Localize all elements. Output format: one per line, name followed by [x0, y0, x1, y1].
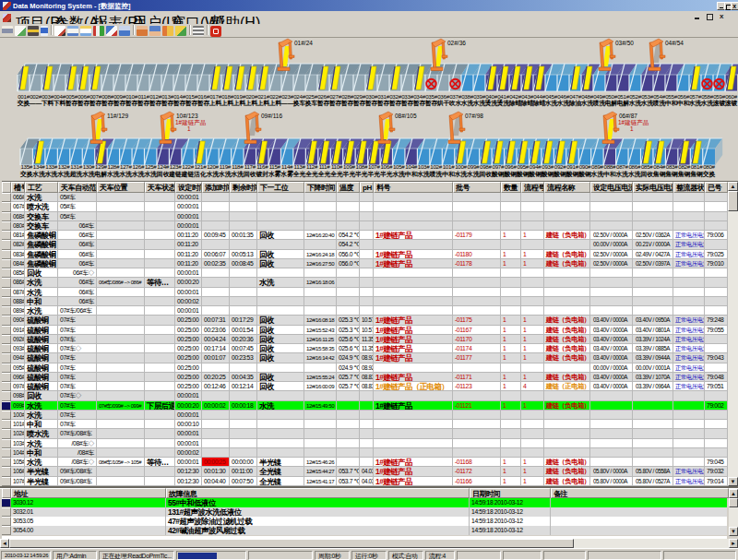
svg-text:089#: 089# — [591, 163, 603, 170]
svg-text:交换: 交换 — [17, 100, 30, 107]
svg-text:044#: 044# — [533, 93, 545, 100]
svg-text:006#: 006# — [77, 93, 89, 100]
svg-text:水洗: 水洗 — [44, 171, 58, 178]
svg-text:017#: 017# — [209, 93, 221, 100]
svg-text:上料: 上料 — [208, 100, 222, 107]
svg-text:暂存: 暂存 — [425, 100, 438, 107]
svg-text:130#: 130# — [83, 163, 95, 170]
svg-text:003#: 003# — [42, 93, 54, 100]
svg-text:108#: 108# — [356, 163, 368, 170]
svg-text:012#: 012# — [149, 93, 161, 100]
svg-text:水洗: 水洗 — [615, 171, 629, 178]
svg-text:暂存: 暂存 — [341, 100, 354, 107]
svg-text:暂存: 暂存 — [401, 100, 414, 107]
svg-text:水洗: 水洗 — [454, 171, 468, 178]
svg-text:01#/24: 01#/24 — [294, 40, 313, 46]
svg-text:097#: 097# — [493, 163, 505, 170]
svg-text:016#: 016# — [197, 93, 209, 100]
svg-text:013#: 013# — [161, 93, 173, 100]
svg-text:暂存: 暂存 — [389, 100, 402, 107]
svg-text:025#: 025# — [305, 93, 317, 100]
svg-text:滚镀: 滚镀 — [713, 100, 726, 107]
svg-text:暂存: 暂存 — [377, 100, 390, 107]
svg-text:090#: 090# — [579, 163, 591, 170]
svg-text:128#: 128# — [108, 163, 120, 170]
svg-text:039#: 039# — [473, 93, 485, 100]
svg-text:001#: 001# — [18, 93, 30, 100]
svg-text:中和: 中和 — [442, 171, 455, 178]
svg-text:038#: 038# — [461, 93, 473, 100]
svg-text:除油: 除油 — [569, 100, 582, 107]
svg-text:中和: 中和 — [665, 100, 678, 107]
svg-text:建链: 建链 — [181, 171, 195, 178]
svg-text:103#: 103# — [418, 163, 430, 170]
svg-text:电解: 电解 — [95, 171, 108, 178]
svg-text:094#: 094# — [530, 163, 542, 170]
svg-text:106#: 106# — [380, 163, 392, 170]
svg-text:1: 1 — [630, 125, 634, 132]
svg-text:047#: 047# — [569, 93, 581, 100]
svg-text:暂存: 暂存 — [77, 100, 90, 107]
svg-text:119#: 119# — [220, 163, 232, 170]
svg-text:暂存: 暂存 — [329, 100, 342, 107]
svg-text:036#: 036# — [437, 93, 449, 100]
svg-text:暂存: 暂存 — [353, 100, 366, 107]
svg-text:009#: 009# — [113, 93, 125, 100]
svg-text:053#: 053# — [641, 93, 653, 100]
svg-text:水洗: 水洗 — [688, 100, 702, 107]
svg-text:135#: 135# — [20, 163, 32, 170]
svg-text:回收: 回收 — [157, 171, 170, 178]
svg-text:换车: 换车 — [292, 100, 306, 107]
svg-text:04#/54: 04#/54 — [665, 40, 684, 46]
svg-text:014#: 014# — [173, 93, 185, 100]
svg-text:水洗: 水洗 — [218, 171, 232, 178]
svg-text:035#: 035# — [425, 93, 437, 100]
svg-text:暂存: 暂存 — [173, 100, 186, 107]
svg-text:110#: 110# — [331, 163, 343, 170]
svg-text:02#/36: 02#/36 — [447, 40, 466, 46]
svg-text:043#: 043# — [521, 93, 533, 100]
svg-text:087#: 087# — [616, 163, 628, 170]
svg-text:096#: 096# — [505, 163, 517, 170]
svg-text:07#/98: 07#/98 — [465, 113, 483, 119]
svg-text:004#: 004# — [54, 93, 65, 100]
svg-text:暂存: 暂存 — [101, 100, 114, 107]
svg-text:回收: 回收 — [244, 171, 256, 178]
svg-text:水洗: 水洗 — [544, 100, 558, 107]
svg-text:042#: 042# — [509, 93, 521, 100]
svg-text:上料: 上料 — [232, 100, 246, 107]
svg-text:酸铜: 酸铜 — [504, 171, 517, 178]
svg-text:水洗: 水洗 — [580, 100, 594, 107]
svg-text:057#: 057# — [689, 93, 701, 100]
svg-text:059#: 059# — [713, 93, 725, 100]
svg-text:058#: 058# — [701, 93, 713, 100]
svg-text:027#: 027# — [329, 93, 341, 100]
svg-text:102#: 102# — [430, 163, 442, 170]
svg-text:098#: 098# — [480, 163, 492, 170]
svg-text:回收: 回收 — [640, 171, 653, 178]
svg-text:131#: 131# — [70, 163, 82, 170]
svg-text:水洗: 水洗 — [416, 171, 430, 178]
svg-text:031#: 031# — [377, 93, 389, 100]
svg-text:水雾: 水雾 — [268, 170, 281, 178]
svg-text:129#: 129# — [95, 163, 107, 170]
svg-text:酸铜: 酸铜 — [492, 171, 505, 178]
svg-text:镀封: 镀封 — [255, 171, 268, 178]
svg-text:水洗: 水洗 — [131, 171, 145, 178]
svg-text:045#: 045# — [545, 93, 557, 100]
svg-text:暂存: 暂存 — [365, 100, 378, 107]
svg-text:水洗: 水洗 — [31, 171, 45, 178]
svg-text:交换: 交换 — [702, 171, 716, 178]
svg-text:124#: 124# — [157, 163, 169, 170]
svg-text:112#: 112# — [306, 163, 318, 170]
svg-text:暂存: 暂存 — [125, 100, 138, 107]
svg-text:烫洗: 烫洗 — [485, 99, 498, 107]
svg-text:115#: 115# — [269, 163, 281, 170]
svg-text:125#: 125# — [145, 163, 157, 170]
svg-text:水洗: 水洗 — [231, 171, 244, 178]
svg-text:除蜡: 除蜡 — [509, 100, 522, 107]
svg-text:007#: 007# — [89, 93, 101, 100]
svg-text:水洗: 水洗 — [628, 100, 642, 107]
svg-text:049#: 049# — [593, 93, 605, 100]
svg-text:滚镀: 滚镀 — [725, 100, 738, 107]
